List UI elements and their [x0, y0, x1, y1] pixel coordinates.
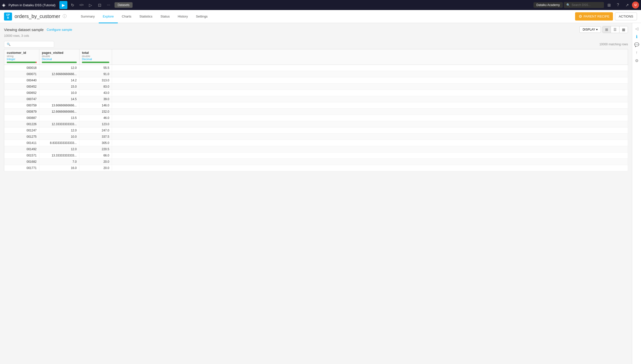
datasets-button[interactable]: Datasets: [115, 2, 132, 8]
table-cell: 10.0: [39, 134, 79, 140]
tab-charts[interactable]: Charts: [118, 10, 135, 23]
dataset-info-icon[interactable]: ⓘ: [63, 14, 67, 19]
table-cell: 20.0: [79, 159, 112, 165]
tab-status[interactable]: Status: [156, 10, 174, 23]
table-cell: 16.0: [39, 165, 79, 171]
table-cell: 001492: [4, 146, 39, 152]
global-search-input[interactable]: [572, 3, 602, 7]
table-cell: 13.66666666666...: [39, 102, 79, 109]
collapse-sidebar-icon[interactable]: ◁: [633, 25, 640, 32]
table-search-input[interactable]: [12, 43, 50, 46]
table-cell-empty: [112, 146, 628, 152]
row-info: 10000 rows, 3 cols: [0, 34, 632, 40]
table-cell: 13.33333333333...: [39, 152, 79, 159]
table-cell-empty: [112, 65, 628, 71]
table-cell: 000652: [4, 90, 39, 96]
table-cell: 001247: [4, 127, 39, 134]
table-cell: 7.0: [39, 159, 79, 165]
table-cell: 313.0: [79, 77, 112, 84]
table-cell: 001771: [4, 165, 39, 171]
table-cell: 46.0: [79, 115, 112, 121]
upload-sidebar-icon[interactable]: ↑: [633, 49, 640, 56]
flow-nav-icon[interactable]: ▶: [59, 1, 67, 9]
table-row: 00087912.66666666666...152.0: [4, 109, 628, 115]
table-cell: 12.0: [39, 146, 79, 152]
table-row: 00045215.083.0: [4, 84, 628, 90]
tab-explore[interactable]: Explore: [99, 10, 118, 23]
table-cell: 000452: [4, 84, 39, 90]
table-cell: 14.2: [39, 77, 79, 84]
table-cell-empty: [112, 134, 628, 140]
table-cell: 001571: [4, 152, 39, 159]
top-right-icons: ⊞ ? ↗ U: [605, 1, 639, 9]
sample-title: Viewing dataset sample: [4, 28, 44, 32]
comment-sidebar-icon[interactable]: 💬: [633, 41, 640, 48]
table-cell: 55.5: [79, 65, 112, 71]
table-cell: 000440: [4, 77, 39, 84]
table-cell: 15.0: [39, 84, 79, 90]
list-view-button[interactable]: ☰: [611, 26, 619, 33]
table-row: 0014118.8333333333333...305.0: [4, 140, 628, 146]
tab-settings[interactable]: Settings: [192, 10, 212, 23]
tab-statistics[interactable]: Statistics: [135, 10, 156, 23]
table-cell: 13.5: [39, 115, 79, 121]
table-cell: 152.0: [79, 109, 112, 115]
tab-summary[interactable]: Summary: [77, 10, 99, 23]
table-cell: 000747: [4, 96, 39, 102]
refresh-nav-icon[interactable]: ↻: [68, 1, 76, 9]
app-logo: ◈: [2, 2, 6, 8]
table-search-field[interactable]: 🔍: [4, 41, 54, 48]
right-sidebar: ◁ ℹ 💬 ↑ ⚙: [632, 23, 641, 364]
academy-button[interactable]: Dataiku Academy: [533, 2, 563, 8]
table-cell-empty: [112, 140, 628, 146]
help-icon[interactable]: ?: [614, 1, 622, 9]
table-cell: 000879: [4, 109, 39, 115]
parent-recipe-button[interactable]: ⚙ PARENT RECIPE: [575, 12, 613, 21]
trend-icon[interactable]: ↗: [623, 1, 631, 9]
data-table-wrapper: customer_id string Integer pages_visited…: [0, 49, 632, 171]
global-search[interactable]: 🔍: [564, 2, 604, 8]
table-row: 00177116.020.0: [4, 165, 628, 171]
table-cell-empty: [112, 121, 628, 127]
table-cell-empty: [112, 77, 628, 84]
data-table: customer_id string Integer pages_visited…: [4, 49, 628, 171]
main-content: Viewing dataset sample Configure sample …: [0, 23, 632, 364]
table-row: 00001812.055.5: [4, 65, 628, 71]
dataset-name: orders_by_customer: [15, 14, 60, 19]
table-cell: 123.0: [79, 121, 112, 127]
table-cell-empty: [112, 84, 628, 90]
deploy-nav-icon[interactable]: ⊡: [95, 1, 103, 9]
table-row: 00149212.0220.5: [4, 146, 628, 152]
content-area: Viewing dataset sample Configure sample …: [0, 23, 641, 364]
table-row: 00074714.539.0: [4, 96, 628, 102]
actions-button[interactable]: ACTIONS: [615, 13, 637, 20]
view-toggle-buttons: ⊞ ☰ ▦: [602, 26, 628, 33]
settings-sidebar-icon[interactable]: ⚙: [633, 57, 640, 64]
apps-icon[interactable]: ⊞: [605, 1, 613, 9]
table-cell: 12.0: [39, 127, 79, 134]
code-nav-icon[interactable]: </>: [77, 1, 85, 9]
grid-view-button[interactable]: ⊞: [603, 26, 611, 33]
tab-history[interactable]: History: [174, 10, 192, 23]
chart-view-button[interactable]: ▦: [619, 26, 628, 33]
table-row: 0016827.020.0: [4, 159, 628, 165]
more-nav-icon[interactable]: ···: [104, 1, 113, 9]
user-avatar[interactable]: U: [632, 2, 639, 9]
table-cell: 66.0: [79, 152, 112, 159]
table-row: 00127510.0337.5: [4, 134, 628, 140]
display-button[interactable]: DISPLAY ▾: [579, 26, 601, 33]
configure-sample-link[interactable]: Configure sample: [47, 28, 72, 32]
table-cell: 10.0: [39, 90, 79, 96]
matching-rows-count: 10000 matching rows: [599, 43, 628, 46]
top-navigation: ◈ Python in Dataiku DSS (Tutorial) ▶ ↻ <…: [0, 0, 641, 10]
run-nav-icon[interactable]: ▷: [86, 1, 94, 9]
header-actions: ⚙ PARENT RECIPE ACTIONS: [575, 12, 637, 21]
recipe-icon: ⚙: [579, 14, 582, 19]
table-cell: 000759: [4, 102, 39, 109]
table-cell: 20.0: [79, 165, 112, 171]
table-cell: 12.66666666666...: [39, 71, 79, 77]
table-cell: 146.0: [79, 102, 112, 109]
table-row: 00124712.0247.0: [4, 127, 628, 134]
table-cell-empty: [112, 159, 628, 165]
info-sidebar-icon[interactable]: ℹ: [633, 33, 640, 40]
